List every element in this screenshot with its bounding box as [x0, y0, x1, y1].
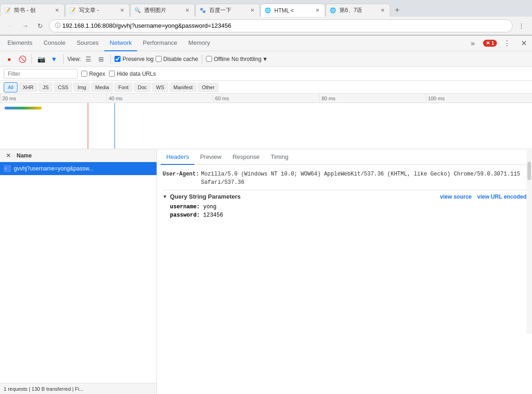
filter-css[interactable]: CSS [54, 82, 73, 92]
header-value-user-agent: Mozilla/5.0 (Windows NT 10.0; WOW64) App… [201, 170, 526, 187]
tab-close-1[interactable]: ✕ [53, 7, 60, 14]
request-list-close[interactable]: ✕ [4, 151, 13, 160]
query-string-title: Query String Parameters [170, 193, 241, 200]
view-source-link[interactable]: view source [440, 194, 472, 200]
disable-cache-toggle[interactable]: Disable cache [156, 56, 198, 62]
filter-input[interactable] [4, 69, 78, 79]
tab-network[interactable]: Network [104, 36, 138, 51]
devtools-close-button[interactable]: ✕ [517, 37, 530, 50]
tab-performance[interactable]: Performance [137, 36, 182, 51]
devtools-menu-button[interactable]: ⋮ [501, 37, 514, 50]
tab-sources[interactable]: Sources [71, 36, 104, 51]
browser-tab-5[interactable]: 🌐 HTML < ✕ [260, 4, 325, 17]
back-button[interactable]: ← [5, 20, 17, 32]
request-name-0: gvvhj?username=yong&passw... [14, 165, 153, 172]
view-url-encoded-link[interactable]: view URL encoded [478, 194, 526, 200]
request-list-panel: ✕ Name f gvvhj?username=yong&passw... 1 … [0, 149, 157, 394]
menu-button[interactable]: ⋮ [515, 20, 527, 32]
regex-toggle[interactable]: Regex [81, 71, 105, 77]
offline-checkbox[interactable] [206, 56, 212, 62]
filter-media[interactable]: Media [91, 82, 113, 92]
url-text: 192.168.1.106:8080/gvvhj?username=yong&p… [62, 22, 231, 29]
section-actions: view source view URL encoded [440, 194, 526, 200]
more-tabs-button[interactable]: » [466, 37, 479, 50]
details-tab-preview[interactable]: Preview [194, 149, 227, 165]
name-column-header: Name [17, 152, 32, 159]
details-tab-timing[interactable]: Timing [265, 149, 294, 165]
regex-checkbox[interactable] [81, 71, 87, 77]
tab-title-2: 写文章 - [79, 6, 118, 14]
stop-recording-button[interactable]: 🚫 [17, 54, 28, 65]
timeline-tick-5: 100 ms [426, 94, 532, 103]
tab-close-5[interactable]: ✕ [314, 7, 321, 14]
hide-data-urls-toggle[interactable]: Hide data URLs [109, 71, 156, 77]
browser-tab-2[interactable]: 📝 写文章 - ✕ [65, 4, 130, 17]
preserve-log-checkbox[interactable] [115, 56, 121, 62]
query-string-section-title: ▼ Query String Parameters view source vi… [163, 190, 526, 203]
preserve-log-toggle[interactable]: Preserve log [115, 56, 153, 62]
tab-console[interactable]: Console [38, 36, 71, 51]
browser-tab-6[interactable]: 🌐 第6、7语 ✕ [326, 4, 390, 17]
timeline-tick-2: 40 ms [106, 94, 212, 103]
toolbar-separator-1 [31, 55, 32, 64]
timeline-red-line [88, 103, 88, 149]
timeline-ruler: 20 ms 40 ms 60 ms 80 ms 100 ms [0, 94, 532, 103]
url-bar[interactable]: ⓘ 192.168.1.106:8080/gvvhj?username=yong… [49, 19, 513, 32]
error-icon: ✕ [486, 40, 490, 46]
tab-memory[interactable]: Memory [183, 36, 216, 51]
group-view-button[interactable]: ⊞ [96, 54, 107, 65]
browser-window: 📝 简书 - 创 ✕ 📝 写文章 - ✕ 🔍 透明图片 ✕ 🐾 百度一下 ✕ 🌐… [0, 0, 532, 35]
security-icon: ⓘ [55, 22, 60, 30]
list-view-button[interactable]: ☰ [83, 54, 94, 65]
param-value-username: yong [203, 204, 217, 210]
filter-manifest[interactable]: Manifest [169, 82, 197, 92]
tab-title-6: 第6、7语 [339, 6, 379, 14]
filter-all[interactable]: All [4, 82, 18, 92]
filter-img[interactable]: Img [73, 82, 90, 92]
filter-js[interactable]: JS [38, 82, 53, 92]
browser-tab-1[interactable]: 📝 简书 - 创 ✕ [0, 4, 65, 17]
request-status-bar: 1 requests | 130 B transferred | Fi... [0, 383, 157, 394]
tab-elements[interactable]: Elements [2, 36, 38, 51]
tab-title-5: HTML < [274, 7, 314, 14]
filter-bar: Regex Hide data URLs [0, 67, 532, 81]
tab-favicon-4: 🐾 [200, 7, 207, 14]
details-scrollbar-thumb[interactable] [527, 162, 531, 180]
details-tab-headers[interactable]: Headers [161, 149, 194, 165]
devtools-tab-bar: Elements Console Sources Network Perform… [0, 36, 532, 51]
tab-close-2[interactable]: ✕ [118, 7, 126, 14]
filter-type-buttons: All XHR JS CSS Img Media Font Doc WS Man… [4, 82, 219, 92]
filter-doc[interactable]: Doc [133, 82, 151, 92]
disable-cache-checkbox[interactable] [156, 56, 162, 62]
filter-ws[interactable]: WS [152, 82, 169, 92]
throttle-select[interactable]: No throttling ▼ [231, 56, 268, 62]
details-tab-response[interactable]: Response [227, 149, 265, 165]
browser-tab-4[interactable]: 🐾 百度一下 ✕ [195, 4, 260, 17]
filter-font[interactable]: Font [114, 82, 133, 92]
param-value-password: 123456 [203, 212, 223, 218]
tab-close-3[interactable]: ✕ [183, 7, 191, 14]
new-tab-button[interactable]: + [391, 4, 404, 17]
browser-tab-3[interactable]: 🔍 透明图片 ✕ [130, 4, 195, 17]
screenshot-button[interactable]: 📷 [36, 54, 47, 65]
record-button[interactable]: ● [4, 54, 15, 65]
offline-toggle[interactable]: Offline [206, 56, 230, 62]
filter-xhr[interactable]: XHR [18, 82, 37, 92]
request-item-0[interactable]: f gvvhj?username=yong&passw... [0, 162, 157, 176]
hide-data-urls-checkbox[interactable] [109, 71, 115, 77]
forward-button[interactable]: → [19, 20, 31, 32]
param-row-username: username: yong [163, 203, 526, 211]
tab-close-6[interactable]: ✕ [379, 7, 386, 14]
filter-other[interactable]: Other [198, 82, 219, 92]
tab-title-3: 透明图片 [144, 6, 183, 14]
triangle-icon: ▼ [163, 194, 167, 199]
tab-close-4[interactable]: ✕ [248, 7, 256, 14]
details-panel: Headers Preview Response Timing User-Age… [157, 149, 532, 394]
reload-button[interactable]: ↻ [34, 20, 46, 32]
param-row-password: password: 123456 [163, 211, 526, 219]
header-row-user-agent: User-Agent: Mozilla/5.0 (Windows NT 10.0… [163, 169, 526, 188]
request-list-empty [0, 176, 157, 383]
toolbar-separator-3 [110, 55, 111, 64]
filter-button[interactable]: ▼ [48, 54, 60, 65]
timeline-blue-line [115, 103, 115, 149]
